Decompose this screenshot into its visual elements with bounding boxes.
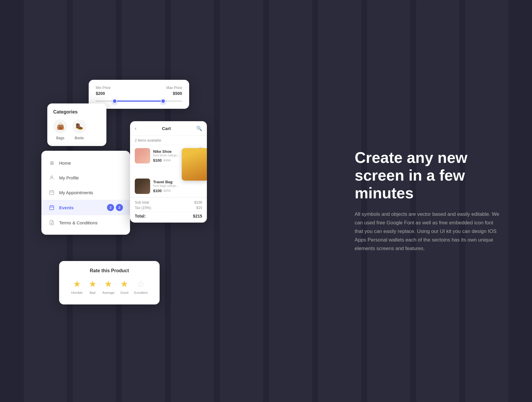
star-bad[interactable]: ★ Bad xyxy=(89,279,97,294)
nav-item-appointments[interactable]: My Appointments xyxy=(41,185,130,200)
cart-item-1-old-price: $250 xyxy=(163,158,171,162)
badge-1: 2 xyxy=(107,204,114,211)
cart-item-2-image xyxy=(135,179,150,194)
total-label: Total: xyxy=(135,214,146,218)
cart-header: ‹ Cart 🔍 xyxy=(130,121,207,136)
star-horrible[interactable]: ★ Horrible xyxy=(71,279,83,294)
cart-item-2-price: $100 $250 xyxy=(153,189,202,193)
star-average-icon: ★ xyxy=(104,279,112,289)
subtotal-label: Sub total: xyxy=(135,200,150,205)
rating-title: Rate this Product xyxy=(67,268,151,273)
nav-label-home: Home xyxy=(59,161,123,166)
events-icon xyxy=(48,204,55,211)
svg-rect-5 xyxy=(50,206,54,210)
boots-label: Boots xyxy=(75,136,84,140)
total-value: $215 xyxy=(193,214,202,218)
cart-item-1-section: Nike Shoe from boots catego... $100 $250… xyxy=(130,145,207,167)
min-price-value: $200 xyxy=(96,91,105,96)
left-section: Min Price Max Price $200 $500 Categories… xyxy=(24,68,337,334)
cart-search-icon[interactable]: 🔍 xyxy=(196,126,202,131)
slider-thumb-right[interactable] xyxy=(161,99,166,103)
categories-grid: 👜 Bags 🥾 Boots xyxy=(53,119,100,140)
min-price-label: Min Price xyxy=(96,86,111,90)
star-horrible-label: Horrible xyxy=(71,291,83,294)
star-good-label: Good xyxy=(120,291,128,294)
nav-label-events: Events xyxy=(59,205,103,210)
categories-title: Categories xyxy=(53,109,100,115)
cart-tax-row: Tax (15%): $15 xyxy=(135,206,202,210)
price-slider-track[interactable] xyxy=(96,100,182,102)
cart-item-count: 2 items available xyxy=(130,136,207,145)
badge-2: 2 xyxy=(116,204,123,211)
tax-value: $15 xyxy=(196,206,202,210)
bags-label: Bags xyxy=(56,136,64,140)
home-icon: ⊞ xyxy=(48,160,55,166)
rating-card: Rate this Product ★ Horrible ★ Bad ★ Ave… xyxy=(59,261,160,304)
star-bad-icon: ★ xyxy=(89,279,97,289)
cart-item-1-image xyxy=(135,148,150,163)
cart-overlay-image xyxy=(182,148,207,181)
cart-title: Cart xyxy=(137,126,196,131)
category-bags[interactable]: 👜 Bags xyxy=(53,119,67,140)
svg-rect-1 xyxy=(50,191,54,195)
category-boots[interactable]: 🥾 Boots xyxy=(72,119,86,140)
cart-item-2-info: Travel Bag from bags catego... $100 $250 xyxy=(153,180,202,193)
boots-icon: 🥾 xyxy=(72,119,86,134)
price-labels: Min Price Max Price xyxy=(96,86,182,90)
slider-thumb-left[interactable] xyxy=(112,99,117,103)
cart-item-2-new-price: $100 xyxy=(153,189,162,193)
right-section: Create any newscreen in a few minutes Al… xyxy=(337,149,508,253)
cart-item-1-new-price: $100 xyxy=(153,158,162,163)
star-good[interactable]: ★ Good xyxy=(120,279,128,294)
star-good-icon: ★ xyxy=(120,279,128,289)
nav-label-profile: My Profile xyxy=(59,175,123,180)
nav-label-appointments: My Appointments xyxy=(59,190,123,195)
categories-card: Categories 👜 Bags 🥾 Boots xyxy=(47,103,106,146)
max-price-value: $500 xyxy=(173,91,182,96)
appointments-icon xyxy=(48,189,55,196)
nav-item-home[interactable]: ⊞ Home xyxy=(41,155,130,170)
events-badges: 2 2 xyxy=(107,204,123,211)
nav-item-events[interactable]: Events 2 2 xyxy=(41,200,130,215)
cart-grand-total-row: Total: $215 xyxy=(135,212,202,218)
tax-label: Tax (15%): xyxy=(135,206,152,210)
nav-menu-card: ⊞ Home My Profile My Appoint xyxy=(41,151,130,235)
main-container: Min Price Max Price $200 $500 Categories… xyxy=(0,0,532,402)
profile-icon xyxy=(48,174,55,181)
star-excellent-icon: ☆ xyxy=(137,279,145,289)
bags-icon: 👜 xyxy=(53,119,67,134)
star-excellent-label: Excellent xyxy=(134,291,147,294)
nav-item-terms[interactable]: Terms & Conditions xyxy=(41,215,130,230)
cart-subtotal-row: Sub total: $100 xyxy=(135,200,202,205)
cart-totals: Sub total: $100 Tax (15%): $15 Total: $2… xyxy=(130,197,207,223)
star-excellent[interactable]: ☆ Excellent xyxy=(134,279,147,294)
hero-description: All symbols and objects are vector based… xyxy=(355,210,502,253)
max-price-label: Max Price xyxy=(166,86,182,90)
cart-card: ‹ Cart 🔍 2 items available Nike Shoe fro… xyxy=(130,121,207,223)
svg-point-0 xyxy=(51,176,53,178)
hero-headline: Create any newscreen in a few minutes xyxy=(355,149,508,202)
cart-item-2-old-price: $250 xyxy=(163,189,171,192)
stars-row: ★ Horrible ★ Bad ★ Average ★ Good ☆ Ex xyxy=(67,279,151,294)
nav-item-profile[interactable]: My Profile xyxy=(41,170,130,185)
star-average[interactable]: ★ Average xyxy=(103,279,115,294)
subtotal-value: $100 xyxy=(194,200,202,205)
price-values: $200 $500 xyxy=(96,91,182,96)
terms-icon xyxy=(48,219,55,226)
cart-item-2-category: from bags catego... xyxy=(153,184,202,187)
star-average-label: Average xyxy=(103,291,115,294)
star-bad-label: Bad xyxy=(90,291,95,294)
star-horrible-icon: ★ xyxy=(73,279,81,289)
slider-fill xyxy=(115,100,163,102)
nav-label-terms: Terms & Conditions xyxy=(59,220,123,225)
